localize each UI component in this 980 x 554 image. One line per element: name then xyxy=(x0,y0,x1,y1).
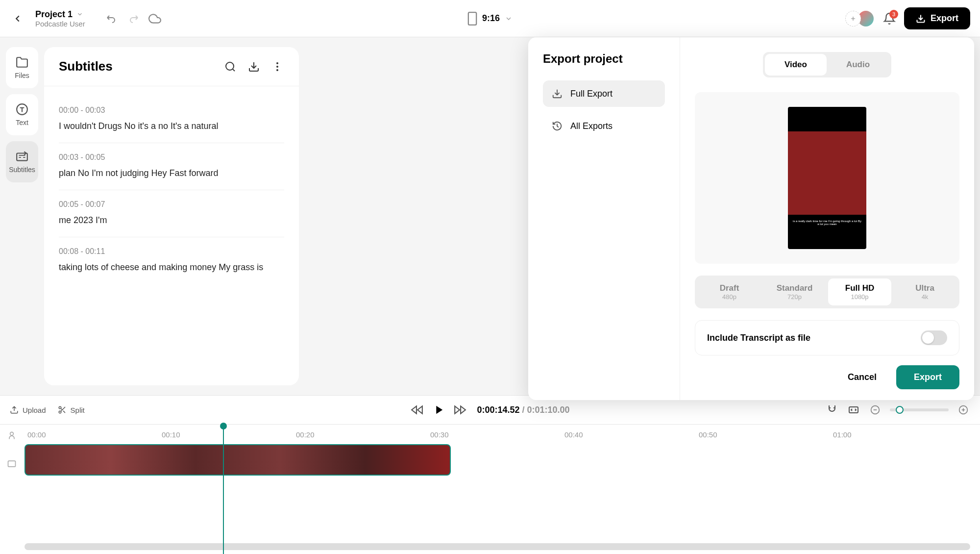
more-subtitles-button[interactable] xyxy=(270,60,284,74)
cancel-button[interactable]: Cancel xyxy=(836,365,888,389)
aspect-ratio[interactable]: 9:16 xyxy=(482,13,500,24)
play-icon xyxy=(432,403,445,417)
ruler-mark: 00:20 xyxy=(296,430,315,439)
quality-name: Standard xyxy=(768,283,821,293)
timeline-ruler[interactable]: 00:00 00:10 00:20 00:30 00:40 00:50 01:0… xyxy=(0,425,980,444)
back-button[interactable] xyxy=(10,11,25,26)
quality-res: 480p xyxy=(703,293,756,301)
cloud-sync-button[interactable] xyxy=(148,12,162,25)
ruler-mark: 00:10 xyxy=(162,430,180,439)
subtitles-list[interactable]: 00:00 - 00:03 I wouldn't Drugs No it's a… xyxy=(44,86,299,385)
undo-button[interactable] xyxy=(105,12,119,25)
add-collaborator-button[interactable] xyxy=(845,11,861,26)
subtitle-text[interactable]: me 2023 I'm xyxy=(59,214,284,227)
subtitle-item[interactable]: 00:03 - 00:05 plan No I'm not judging He… xyxy=(59,143,284,190)
toggle-knob xyxy=(922,332,934,344)
quality-standard[interactable]: Standard 720p xyxy=(763,278,826,305)
subtitle-item[interactable]: 00:00 - 00:03 I wouldn't Drugs No it's a… xyxy=(59,96,284,143)
history-icon xyxy=(552,121,563,131)
download-subtitles-button[interactable] xyxy=(247,60,261,74)
time-current: 0:00:14.52 xyxy=(477,405,519,415)
search-subtitles-button[interactable] xyxy=(223,60,237,74)
quality-name: Full HD xyxy=(833,283,886,293)
project-title[interactable]: Project 1 xyxy=(35,9,85,20)
subtitles-heading: Subtitles xyxy=(59,59,113,74)
playhead-handle[interactable] xyxy=(220,423,227,429)
rail-subtitles[interactable]: Subtitles xyxy=(6,141,38,182)
transcript-toggle[interactable] xyxy=(921,330,947,345)
more-vertical-icon xyxy=(271,61,283,73)
timeline[interactable]: 00:00 00:10 00:20 00:30 00:40 00:50 01:0… xyxy=(0,425,980,554)
export-preview-box: is a really dark time for me I'm going t… xyxy=(695,92,959,264)
redo-button[interactable] xyxy=(126,12,140,25)
video-clip[interactable] xyxy=(24,444,451,476)
export-preview: is a really dark time for me I'm going t… xyxy=(788,107,866,249)
ruler-mark: 00:00 xyxy=(27,430,46,439)
export-modal: Export project Full Export All Exports V… xyxy=(528,37,974,400)
zoom-slider[interactable] xyxy=(890,408,949,411)
upload-button[interactable]: Upload xyxy=(10,405,46,414)
quality-draft[interactable]: Draft 480p xyxy=(698,278,761,305)
rewind-button[interactable] xyxy=(410,403,424,417)
upload-icon xyxy=(10,405,19,414)
transcript-label: Include Transcript as file xyxy=(707,333,810,343)
rewind-icon xyxy=(411,403,423,416)
rail-files[interactable]: Files xyxy=(6,47,38,88)
collaborators[interactable] xyxy=(845,10,875,27)
search-icon xyxy=(224,61,236,73)
all-exports-label: All Exports xyxy=(570,121,612,131)
fit-icon xyxy=(848,404,859,416)
upload-label: Upload xyxy=(23,406,46,414)
aspect-icon xyxy=(467,12,477,25)
zoom-out-button[interactable] xyxy=(868,403,882,417)
subtitle-text[interactable]: plan No I'm not judging Hey Fast forward xyxy=(59,167,284,180)
top-bar: Project 1 Podcastle User 9:16 xyxy=(0,0,980,37)
rail-text-label: Text xyxy=(16,119,28,126)
rail-text[interactable]: Text xyxy=(6,94,38,135)
forward-button[interactable] xyxy=(453,403,467,417)
quality-fullhd[interactable]: Full HD 1080p xyxy=(828,278,891,305)
tab-audio[interactable]: Audio xyxy=(827,54,889,76)
export-button[interactable]: Export xyxy=(904,7,970,29)
quality-ultra[interactable]: Ultra 4k xyxy=(893,278,956,305)
tab-video[interactable]: Video xyxy=(765,54,827,76)
subtitles-icon xyxy=(16,150,28,163)
transcript-toggle-row: Include Transcript as file xyxy=(695,320,959,355)
timeline-scrollbar[interactable] xyxy=(24,543,970,550)
notifications-button[interactable]: 3 xyxy=(882,12,896,25)
text-icon xyxy=(16,103,28,116)
subtitle-time: 00:05 - 00:07 xyxy=(59,200,284,209)
zoom-knob[interactable] xyxy=(896,406,904,414)
confirm-export-button[interactable]: Export xyxy=(896,365,959,389)
scissors-icon xyxy=(58,405,67,414)
forward-icon xyxy=(454,403,466,416)
split-button[interactable]: Split xyxy=(58,405,85,414)
all-exports-option[interactable]: All Exports xyxy=(543,113,665,139)
download-icon xyxy=(248,61,260,73)
quality-res: 4k xyxy=(898,293,952,301)
left-rail: Files Text Subtitles xyxy=(0,37,44,395)
quality-res: 720p xyxy=(768,293,821,301)
timecode: 0:00:14.52 / 0:01:10.00 xyxy=(477,405,569,415)
export-heading: Export project xyxy=(543,52,665,66)
magnet-button[interactable] xyxy=(825,403,839,417)
zoom-in-button[interactable] xyxy=(956,403,970,417)
ruler-mark: 00:50 xyxy=(699,430,717,439)
subtitle-text[interactable]: taking lots of cheese and making money M… xyxy=(59,261,284,274)
full-export-option[interactable]: Full Export xyxy=(543,80,665,107)
fit-button[interactable] xyxy=(847,403,860,417)
subtitle-item[interactable]: 00:08 - 00:11 taking lots of cheese and … xyxy=(59,237,284,284)
svg-point-3 xyxy=(226,62,234,70)
subtitle-item[interactable]: 00:05 - 00:07 me 2023 I'm xyxy=(59,190,284,237)
svg-point-5 xyxy=(276,66,278,68)
export-format-tabs: Video Audio xyxy=(763,52,891,77)
notification-badge: 3 xyxy=(889,10,898,19)
rail-files-label: Files xyxy=(15,72,29,79)
chevron-down-icon[interactable] xyxy=(505,15,513,23)
subtitle-text[interactable]: I wouldn't Drugs No it's a no It's a nat… xyxy=(59,120,284,133)
playhead[interactable] xyxy=(223,425,224,554)
project-user: Podcastle User xyxy=(35,20,85,28)
subtitle-time: 00:00 - 00:03 xyxy=(59,106,284,115)
svg-point-6 xyxy=(276,69,278,71)
play-button[interactable] xyxy=(432,403,445,417)
